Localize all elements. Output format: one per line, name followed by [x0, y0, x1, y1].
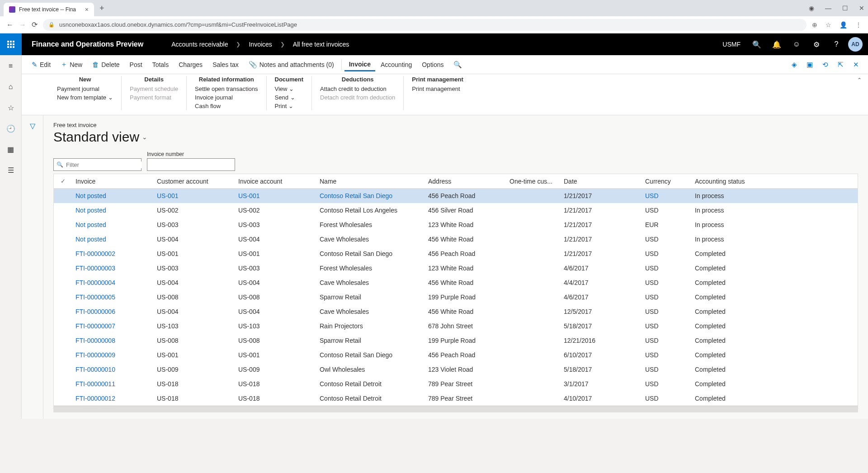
- tab-close-icon[interactable]: ×: [85, 6, 89, 13]
- notes-attachments-button[interactable]: 📎Notes and attachments (0): [244, 59, 339, 71]
- table-row[interactable]: FTI-00000006US-004US-004Cave Wholesales4…: [54, 304, 858, 319]
- col-accounting-status[interactable]: Accounting status: [691, 178, 768, 185]
- search-icon[interactable]: 🔍: [749, 36, 765, 52]
- cell-invoice[interactable]: FTI-00000012: [72, 395, 153, 402]
- edit-button[interactable]: ✎Edit: [27, 59, 55, 71]
- window-maximize-icon[interactable]: ☐: [842, 5, 848, 12]
- app-launcher-button[interactable]: [0, 33, 22, 55]
- window-close-icon[interactable]: ✕: [859, 5, 864, 12]
- bell-icon[interactable]: 🔔: [769, 36, 785, 52]
- select-all-checkbox[interactable]: ✓: [54, 178, 72, 184]
- invoice-number-input[interactable]: [147, 158, 235, 171]
- action-search-button[interactable]: 🔍: [449, 59, 467, 71]
- cell-invoice[interactable]: Not posted: [72, 221, 153, 228]
- refresh-icon[interactable]: ⟲: [818, 58, 832, 71]
- col-name[interactable]: Name: [316, 178, 425, 185]
- table-row[interactable]: FTI-00000010US-009US-009Owl Wholesales12…: [54, 362, 858, 377]
- filter-textbox[interactable]: [66, 161, 142, 168]
- invoice-journal-button[interactable]: Invoice journal: [195, 93, 258, 102]
- collapse-ribbon-icon[interactable]: ⌃: [857, 77, 862, 83]
- help-icon[interactable]: ?: [828, 36, 844, 52]
- cell-invoice[interactable]: FTI-00000005: [72, 293, 153, 301]
- browser-menu-icon[interactable]: ⋮: [855, 21, 862, 28]
- settle-transactions-button[interactable]: Settle open transactions: [195, 85, 258, 93]
- cell-invoice[interactable]: FTI-00000009: [72, 351, 153, 359]
- grid-body[interactable]: Not postedUS-001US-001Contoso Retail San…: [54, 189, 858, 406]
- star-icon[interactable]: ☆: [826, 21, 831, 28]
- table-row[interactable]: FTI-00000011US-018US-018Contoso Retail D…: [54, 377, 858, 391]
- col-date[interactable]: Date: [560, 178, 642, 185]
- payment-journal-button[interactable]: Payment journal: [57, 85, 113, 93]
- col-invoice-account[interactable]: Invoice account: [235, 178, 316, 185]
- sales-tax-button[interactable]: Sales tax: [208, 59, 243, 70]
- popout-icon[interactable]: ⇱: [834, 58, 847, 71]
- nav-back-icon[interactable]: ←: [6, 21, 14, 29]
- company-selector[interactable]: USMF: [722, 41, 741, 48]
- nav-reload-icon[interactable]: ⟳: [32, 20, 38, 29]
- cell-invoice[interactable]: Not posted: [72, 236, 153, 243]
- col-customer-account[interactable]: Customer account: [153, 178, 235, 185]
- cell-invoice[interactable]: FTI-00000008: [72, 337, 153, 344]
- workspaces-icon[interactable]: ▦: [4, 142, 18, 156]
- tab-accounting[interactable]: Accounting: [376, 58, 416, 71]
- user-avatar[interactable]: AD: [848, 37, 863, 52]
- delete-button[interactable]: 🗑Delete: [88, 59, 124, 70]
- recent-clock-icon[interactable]: 🕘: [4, 121, 18, 136]
- breadcrumb-item[interactable]: Accounts receivable: [171, 41, 228, 48]
- window-minimize-icon[interactable]: —: [825, 5, 831, 12]
- cell-invoice[interactable]: Not posted: [72, 207, 153, 214]
- invoice-number-textbox[interactable]: [150, 161, 232, 168]
- totals-button[interactable]: Totals: [148, 59, 174, 70]
- new-button[interactable]: ＋New: [56, 58, 87, 71]
- table-row[interactable]: FTI-00000007US-103US-103Rain Projectors6…: [54, 319, 858, 333]
- cell-invoice[interactable]: FTI-00000010: [72, 366, 153, 373]
- table-row[interactable]: Not postedUS-004US-004Cave Wholesales456…: [54, 232, 858, 246]
- new-tab-button[interactable]: +: [99, 4, 104, 13]
- cell-invoice[interactable]: FTI-00000006: [72, 308, 153, 315]
- cell-invoice[interactable]: FTI-00000003: [72, 265, 153, 272]
- view-title[interactable]: Standard view ⌄: [53, 129, 858, 145]
- office-icon[interactable]: ▣: [803, 58, 816, 71]
- breadcrumb-item[interactable]: Invoices: [249, 41, 272, 48]
- print-button[interactable]: Print⌄: [275, 102, 304, 110]
- table-row[interactable]: FTI-00000008US-008US-008Sparrow Retail19…: [54, 333, 858, 348]
- cell-invoice[interactable]: FTI-00000004: [72, 279, 153, 286]
- table-row[interactable]: Not postedUS-001US-001Contoso Retail San…: [54, 189, 858, 203]
- tab-invoice[interactable]: Invoice: [344, 58, 375, 71]
- table-row[interactable]: FTI-00000003US-003US-003Forest Wholesale…: [54, 261, 858, 275]
- table-row[interactable]: FTI-00000009US-001US-001Contoso Retail S…: [54, 348, 858, 362]
- new-from-template-button[interactable]: New from template⌄: [57, 93, 113, 102]
- attach-icon[interactable]: ◈: [788, 58, 801, 71]
- col-address[interactable]: Address: [425, 178, 506, 185]
- account-indicator-icon[interactable]: ◉: [809, 5, 814, 12]
- send-button[interactable]: Send⌄: [275, 93, 304, 102]
- print-management-button[interactable]: Print management: [412, 85, 463, 93]
- modules-icon[interactable]: ☰: [4, 163, 18, 177]
- home-icon[interactable]: ⌂: [4, 80, 18, 94]
- zoom-icon[interactable]: ⊕: [812, 21, 817, 28]
- table-row[interactable]: Not postedUS-002US-002Contoso Retail Los…: [54, 203, 858, 218]
- breadcrumb-item[interactable]: All free text invoices: [293, 41, 349, 48]
- attach-credit-button[interactable]: Attach credit to deduction: [320, 85, 395, 93]
- tab-options[interactable]: Options: [417, 58, 448, 71]
- cash-flow-button[interactable]: Cash flow: [195, 102, 258, 110]
- quick-filter-input[interactable]: 🔍: [53, 158, 142, 171]
- view-button[interactable]: View⌄: [275, 85, 304, 93]
- hamburger-icon[interactable]: ≡: [4, 59, 18, 73]
- charges-button[interactable]: Charges: [174, 59, 207, 70]
- post-button[interactable]: Post: [125, 59, 147, 70]
- col-one-time-customer[interactable]: One-time cus...: [506, 178, 560, 185]
- table-row[interactable]: Not postedUS-003US-003Forest Wholesales1…: [54, 218, 858, 232]
- table-row[interactable]: FTI-00000004US-004US-004Cave Wholesales4…: [54, 275, 858, 290]
- cell-invoice[interactable]: FTI-00000007: [72, 322, 153, 330]
- col-invoice[interactable]: Invoice: [72, 178, 153, 185]
- cell-invoice[interactable]: FTI-00000002: [72, 250, 153, 257]
- cell-invoice[interactable]: Not posted: [72, 192, 153, 199]
- table-row[interactable]: FTI-00000002US-001US-001Contoso Retail S…: [54, 246, 858, 261]
- browser-tab[interactable]: Free text invoice -- Fina ×: [4, 3, 94, 16]
- col-currency[interactable]: Currency: [642, 178, 691, 185]
- smiley-icon[interactable]: ☺: [788, 36, 805, 52]
- table-row[interactable]: FTI-00000012US-018US-018Contoso Retail D…: [54, 391, 858, 406]
- favorites-star-icon[interactable]: ☆: [4, 100, 18, 115]
- gear-icon[interactable]: ⚙: [808, 36, 825, 52]
